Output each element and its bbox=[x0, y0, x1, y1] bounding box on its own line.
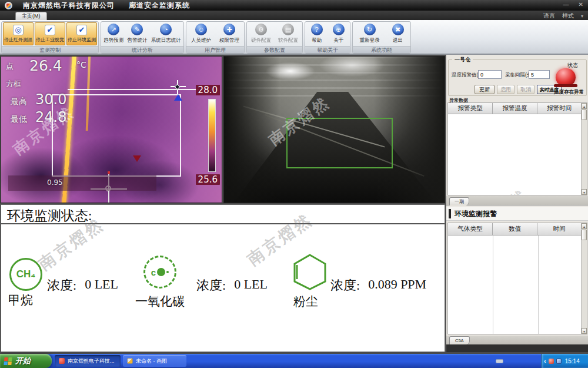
enable-button: 启用 bbox=[497, 85, 514, 94]
button-label: 停止环境监测 bbox=[68, 37, 96, 43]
point-label: 点 bbox=[6, 61, 14, 72]
alarm-table-scrollbar[interactable]: ▲ ▼ bbox=[581, 103, 587, 195]
env-col-value[interactable]: 数值 bbox=[493, 223, 537, 236]
language-menu[interactable]: 语言 bbox=[543, 12, 555, 20]
button-label: 重新登录 bbox=[360, 37, 380, 44]
emissivity-value: 0.95 bbox=[47, 178, 63, 187]
scroll-up-icon[interactable]: ▲ bbox=[582, 223, 587, 229]
app-task-icon bbox=[59, 358, 65, 364]
tab-phase-one[interactable]: 一期 bbox=[449, 197, 469, 205]
stop-env-monitor-button[interactable]: ✔ 停止环境监测 bbox=[66, 22, 97, 45]
title-bar: 南京熠然电子科技有限公司 廊道安全监测系统 — ✕ bbox=[0, 0, 588, 11]
scroll-thumb[interactable] bbox=[582, 230, 587, 240]
thermal-camera-view: 点 26.4 °C 方框 最高 30.0 最低 24.8 28.0 25.6 0… bbox=[1, 56, 222, 203]
scale-min-value: 25.6 bbox=[196, 174, 220, 185]
user-maintain-button[interactable]: ☺ 人员维护 bbox=[189, 22, 213, 45]
button-label: 帮助 bbox=[312, 37, 322, 44]
env-alarm-title: 环境监测报警 bbox=[455, 209, 497, 219]
tab-home[interactable]: 主页(M) bbox=[15, 12, 47, 20]
env-status-title: 环境监测状态: bbox=[1, 205, 445, 224]
scroll-down-icon[interactable]: ▼ bbox=[582, 328, 587, 334]
checkbox-icon: ✔ bbox=[76, 25, 87, 35]
right-control-panel: 一号仓 温度报警值(℃): 采集间隔(分): 更新 启用 取消 实时温度 状态 … bbox=[446, 55, 588, 352]
env-table-scrollbar[interactable]: ▲ ▼ bbox=[581, 223, 587, 334]
alarm-col-type[interactable]: 报警类型 bbox=[448, 103, 493, 114]
windows-logo-icon bbox=[4, 357, 12, 365]
taskbar-item-app[interactable]: 南京熠然电子科技... bbox=[55, 355, 121, 367]
co-icon: c bbox=[143, 256, 176, 289]
ch4-icon: CH₄ bbox=[9, 258, 42, 291]
style-menu[interactable]: 样式 bbox=[562, 12, 574, 20]
env-col-gas-type[interactable]: 气体类型 bbox=[448, 223, 493, 236]
alarm-col-time[interactable]: 报警时间 bbox=[537, 103, 582, 114]
measure-box-overlay bbox=[52, 94, 181, 177]
relogin-icon: ↻ bbox=[364, 24, 376, 35]
update-button[interactable]: 更新 bbox=[475, 85, 495, 94]
tray-display-icon[interactable] bbox=[556, 359, 562, 364]
button-label: 停止红外测温 bbox=[4, 37, 32, 43]
concentration-value: 0 LEL bbox=[85, 277, 118, 294]
help-button[interactable]: ? 帮助 bbox=[309, 22, 325, 45]
exit-button[interactable]: ✖ 退出 bbox=[390, 22, 406, 45]
temp-alarm-input[interactable] bbox=[478, 70, 502, 79]
measure-line-overlay bbox=[68, 89, 199, 90]
box-label: 方框 bbox=[6, 79, 21, 89]
ribbon-group-label: 参数配置 bbox=[247, 46, 302, 53]
alarm-stats-button[interactable]: ✎ 告警统计 bbox=[125, 22, 149, 45]
system-tray: ‹ 15:14 bbox=[541, 354, 588, 368]
tray-chevron-icon[interactable]: ‹ bbox=[544, 357, 546, 364]
concentration-label: 浓度: bbox=[196, 277, 226, 294]
thermal-info-strip bbox=[8, 175, 156, 191]
task-label: 南京熠然电子科技... bbox=[68, 357, 115, 365]
min-temperature-value: 24.8 bbox=[35, 109, 66, 125]
software-config-button: ▤ 软件配置 bbox=[276, 22, 300, 45]
scroll-down-icon[interactable]: ▼ bbox=[582, 189, 587, 195]
concentration-label: 浓度: bbox=[47, 277, 76, 294]
monitor-icon: ▤ bbox=[282, 24, 294, 35]
marker-dot-icon bbox=[108, 171, 110, 174]
syslog-stats-button[interactable]: ◔ 系统日志统计 bbox=[149, 22, 183, 45]
stop-vision-button[interactable]: ✔ 停止工业视觉 bbox=[35, 22, 65, 45]
env-col-time[interactable]: 时间 bbox=[537, 223, 582, 236]
gas-name-co: 一氧化碳 bbox=[135, 293, 185, 310]
interval-input[interactable] bbox=[529, 70, 550, 79]
concentration-value: 0 LEL bbox=[234, 277, 268, 294]
minimize-button[interactable]: — bbox=[563, 1, 569, 8]
industrial-camera-view: 南京熠然 bbox=[223, 56, 445, 203]
ribbon-group-label: 监测控制 bbox=[2, 46, 98, 53]
hardware-config-button: ⚙ 硬件配置 bbox=[249, 22, 273, 45]
scroll-up-icon[interactable]: ▲ bbox=[582, 103, 587, 109]
relogin-button[interactable]: ↻ 重新登录 bbox=[358, 22, 382, 45]
concentration-label: 浓度: bbox=[330, 277, 360, 294]
trend-forecast-button[interactable]: ↗ 趋势预测 bbox=[102, 22, 125, 45]
button-label: 趋势预测 bbox=[103, 37, 123, 44]
start-button[interactable]: 开始 bbox=[0, 354, 52, 368]
scroll-thumb[interactable] bbox=[582, 110, 587, 120]
ribbon-group-monitor-control: ◎ 停止红外测温 ✔ 停止工业视觉 ✔ 停止环境监测 监测控制 bbox=[1, 21, 99, 54]
column-divider bbox=[538, 236, 539, 334]
warehouse-groupbox: 一号仓 温度报警值(℃): 采集间隔(分): 更新 启用 取消 实时温度 状态 … bbox=[448, 59, 587, 96]
chevron-down-icon: ▾ bbox=[581, 14, 583, 19]
stop-infrared-button[interactable]: ◎ 停止红外测温 bbox=[3, 22, 34, 45]
about-button[interactable]: ⊕ 关于 bbox=[331, 22, 346, 45]
people-icon: ☺ bbox=[195, 24, 207, 35]
ribbon-group-help-about: ? 帮助 ⊕ 关于 帮助关于 bbox=[305, 21, 350, 54]
tab-c5a[interactable]: C5A bbox=[449, 336, 470, 344]
marker-triangle-icon bbox=[133, 155, 141, 162]
edit-chart-icon: ✎ bbox=[131, 24, 143, 35]
dust-reading: 浓度: 0.089 PPM bbox=[330, 277, 426, 294]
permission-button[interactable]: ✚ 权限管理 bbox=[218, 22, 241, 45]
ribbon-group-user-management: ☺ 人员维护 ✚ 权限管理 用户管理 bbox=[186, 21, 245, 54]
max-temperature-value: 30.0 bbox=[35, 91, 66, 108]
ribbon-group-parameter-config: ⚙ 硬件配置 ▤ 软件配置 参数配置 bbox=[246, 21, 303, 54]
taskbar-item-paint[interactable]: 未命名 - 画图 bbox=[123, 355, 186, 367]
ribbon-group-label: 帮助关于 bbox=[305, 46, 350, 53]
alarm-col-temp[interactable]: 报警温度 bbox=[493, 103, 537, 114]
tray-app-icon[interactable] bbox=[549, 359, 554, 364]
co-formula: c bbox=[151, 267, 156, 277]
env-status-panel: 环境监测状态: CH₄ 甲烷 浓度: 0 LEL c 一氧化碳 浓度: 0 LE… bbox=[1, 204, 445, 352]
close-button[interactable]: ✕ bbox=[579, 1, 583, 8]
window-title-app: 廊道安全监测系统 bbox=[129, 1, 190, 11]
button-label: 权限管理 bbox=[219, 37, 239, 44]
env-alarm-section: 环境监测报警 bbox=[446, 207, 588, 221]
